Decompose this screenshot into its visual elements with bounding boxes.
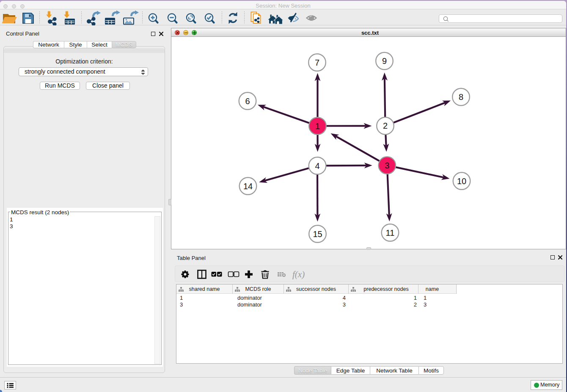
svg-text:3: 3 bbox=[385, 161, 389, 170]
svg-text:8: 8 bbox=[459, 92, 463, 102]
svg-text:7: 7 bbox=[315, 58, 319, 67]
svg-text:4: 4 bbox=[315, 161, 319, 171]
svg-text:6: 6 bbox=[245, 97, 250, 106]
svg-text:f(x): f(x) bbox=[292, 269, 305, 279]
svg-text:9: 9 bbox=[382, 56, 387, 66]
svg-text:14: 14 bbox=[243, 182, 253, 191]
svg-text:1: 1 bbox=[315, 121, 320, 131]
svg-text:10: 10 bbox=[457, 177, 466, 186]
svg-text:2: 2 bbox=[383, 121, 388, 130]
svg-text:15: 15 bbox=[313, 229, 322, 239]
svg-text:11: 11 bbox=[386, 228, 395, 237]
